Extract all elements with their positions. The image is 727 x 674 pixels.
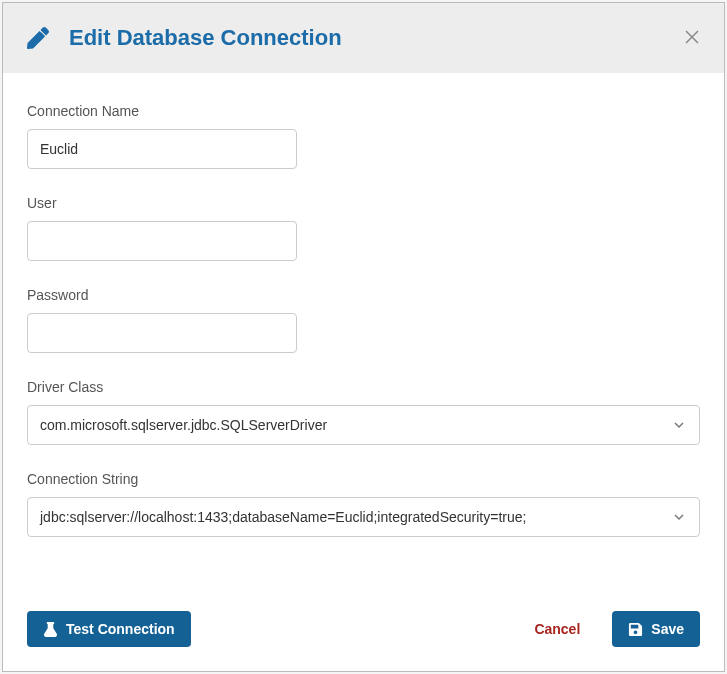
password-label: Password: [27, 287, 700, 303]
connection-name-group: Connection Name: [27, 103, 700, 169]
driver-class-label: Driver Class: [27, 379, 700, 395]
driver-class-group: Driver Class com.microsoft.sqlserver.jdb…: [27, 379, 700, 445]
connection-string-select[interactable]: jdbc:sqlserver://localhost:1433;database…: [27, 497, 700, 537]
chevron-down-icon: [673, 419, 685, 431]
modal-header: Edit Database Connection: [3, 3, 724, 73]
cancel-button[interactable]: Cancel: [530, 611, 584, 647]
test-connection-label: Test Connection: [66, 621, 175, 637]
modal-footer: Test Connection Cancel Save: [3, 595, 724, 671]
password-input[interactable]: [27, 313, 297, 353]
modal-body: Connection Name User Password Driver Cla…: [3, 73, 724, 595]
close-icon: [684, 29, 700, 45]
footer-right: Cancel Save: [530, 611, 700, 647]
save-icon: [628, 622, 643, 637]
connection-string-label: Connection String: [27, 471, 700, 487]
driver-class-select[interactable]: com.microsoft.sqlserver.jdbc.SQLServerDr…: [27, 405, 700, 445]
edit-connection-modal: Edit Database Connection Connection Name…: [2, 2, 725, 672]
chevron-down-icon: [673, 511, 685, 523]
close-button[interactable]: [680, 24, 704, 52]
user-input[interactable]: [27, 221, 297, 261]
modal-title: Edit Database Connection: [69, 25, 342, 51]
flask-icon: [43, 622, 58, 637]
connection-name-input[interactable]: [27, 129, 297, 169]
test-connection-button[interactable]: Test Connection: [27, 611, 191, 647]
spacer: [27, 563, 700, 571]
password-group: Password: [27, 287, 700, 353]
user-label: User: [27, 195, 700, 211]
connection-name-label: Connection Name: [27, 103, 700, 119]
user-group: User: [27, 195, 700, 261]
cancel-label: Cancel: [534, 621, 580, 637]
save-label: Save: [651, 621, 684, 637]
driver-class-value: com.microsoft.sqlserver.jdbc.SQLServerDr…: [40, 417, 327, 433]
connection-string-group: Connection String jdbc:sqlserver://local…: [27, 471, 700, 537]
connection-string-value: jdbc:sqlserver://localhost:1433;database…: [40, 509, 526, 525]
save-button[interactable]: Save: [612, 611, 700, 647]
edit-square-icon: [27, 27, 49, 49]
